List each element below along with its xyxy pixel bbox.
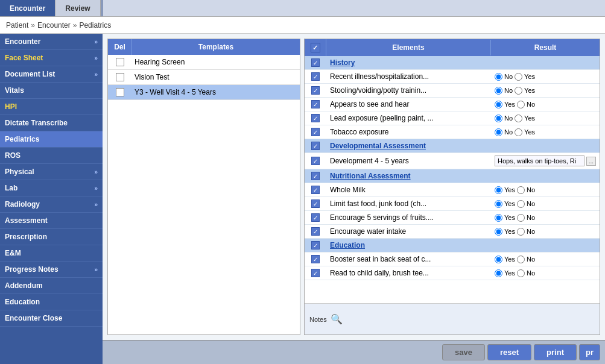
sidebar-item-vitals[interactable]: Vitals — [0, 83, 103, 99]
template-del-1[interactable] — [108, 70, 132, 84]
elem-result-14: Yes No — [491, 253, 600, 266]
radio-no-9[interactable] — [517, 186, 525, 194]
section-nutr-label[interactable]: Nutritional Assessment — [326, 169, 491, 183]
tab-encounter[interactable]: Encounter — [0, 0, 55, 16]
print-button[interactable]: print — [534, 344, 577, 360]
search-icon[interactable]: 🔍 — [331, 313, 343, 325]
radio-no-14[interactable] — [517, 256, 525, 263]
reset-button[interactable]: reset — [487, 344, 531, 360]
elem-chk-1[interactable]: ✓ — [305, 70, 326, 83]
elem-result-4: No Yes — [491, 112, 600, 125]
section-history-label[interactable]: History — [326, 56, 491, 69]
template-checkbox-1[interactable] — [116, 73, 124, 81]
elem-row-14: ✓ Booster seat in back seat of c... Yes … — [305, 253, 600, 266]
template-label-2[interactable]: Y3 - Well Visit 4 - 5 Years — [132, 85, 300, 99]
radio-no-15[interactable] — [517, 269, 525, 277]
elem-label-5: Tobacco exposure — [326, 125, 491, 139]
dots-btn-7[interactable]: ... — [586, 157, 596, 166]
sidebar-item-hpi[interactable]: HPI — [0, 99, 103, 115]
template-label-0[interactable]: Hearing Screen — [132, 55, 300, 69]
radio-yes-3[interactable] — [495, 101, 502, 108]
elements-header-checkbox[interactable]: ✓ — [311, 43, 320, 52]
sidebar-item-addendum[interactable]: Addendum — [0, 278, 103, 294]
radio-no-4[interactable] — [495, 115, 502, 122]
section-history-chk[interactable]: ✓ — [305, 56, 326, 69]
elements-chk-header: ✓ — [305, 39, 326, 56]
radio-no-2[interactable] — [495, 87, 502, 95]
sidebar-item-dictate[interactable]: Dictate Transcribe — [0, 115, 103, 131]
section-edu-chk[interactable]: ✓ — [305, 239, 326, 252]
breadcrumb-pediatrics[interactable]: Pediatrics — [79, 21, 111, 30]
radio-no-11[interactable] — [517, 214, 525, 222]
radio-yes-9[interactable] — [495, 186, 502, 194]
template-label-1[interactable]: Vision Test — [132, 70, 300, 84]
radio-no-5[interactable] — [495, 128, 502, 136]
sidebar-item-lab[interactable]: Lab » — [0, 180, 103, 196]
radio-yes-14[interactable] — [495, 256, 502, 263]
breadcrumb: Patient » Encounter » Pediatrics — [0, 17, 605, 34]
radio-yes-12[interactable] — [495, 228, 502, 236]
elem-chk-7[interactable]: ✓ — [305, 154, 326, 168]
elem-label-1: Recent illness/hospitalization... — [326, 70, 491, 83]
elem-chk-15[interactable]: ✓ — [305, 266, 326, 280]
radio-yes-15[interactable] — [495, 269, 502, 277]
elem-row-11: ✓ Encourage 5 servings of fruits.... Yes… — [305, 211, 600, 225]
sidebar-item-prescription[interactable]: Prescription — [0, 229, 103, 245]
elem-chk-10[interactable]: ✓ — [305, 197, 326, 210]
radio-group-5: No Yes — [495, 128, 535, 136]
radio-group-3: Yes No — [495, 101, 535, 108]
radio-yes-1[interactable] — [515, 73, 522, 81]
radio-yes-5[interactable] — [515, 128, 522, 136]
sidebar-item-encounterclose[interactable]: Encounter Close — [0, 310, 103, 327]
sidebar-item-facesheet[interactable]: Face Sheet » — [0, 50, 103, 66]
radio-group-2: No Yes — [495, 87, 535, 95]
elem-chk-4[interactable]: ✓ — [305, 111, 326, 125]
pr-button[interactable]: pr — [579, 344, 600, 360]
sidebar-item-encounter[interactable]: Encounter » — [0, 34, 103, 50]
breadcrumb-encounter[interactable]: Encounter — [37, 21, 71, 30]
radio-yes-4[interactable] — [515, 115, 522, 122]
section-nutr-chk[interactable]: ✓ — [305, 169, 326, 183]
elem-chk-14[interactable]: ✓ — [305, 253, 326, 266]
template-del-2[interactable] — [108, 85, 132, 99]
sidebar-arrow-progressnotes: » — [94, 266, 98, 273]
section-dev-label[interactable]: Developmental Assessment — [326, 139, 491, 152]
elem-chk-9[interactable]: ✓ — [305, 183, 326, 196]
sidebar-item-education[interactable]: Education — [0, 294, 103, 310]
radio-yes-11[interactable] — [495, 214, 502, 222]
radio-no-10[interactable] — [517, 200, 525, 208]
radio-no-3[interactable] — [517, 101, 525, 108]
sidebar-item-doclist[interactable]: Document List » — [0, 66, 103, 83]
sidebar-item-radiology[interactable]: Radiology » — [0, 196, 103, 213]
sidebar-item-pediatrics[interactable]: Pediatrics — [0, 131, 103, 148]
save-button[interactable]: save — [442, 344, 485, 360]
template-checkbox-0[interactable] — [116, 58, 124, 66]
sidebar-item-em[interactable]: E&M — [0, 245, 103, 262]
radio-no-12[interactable] — [517, 228, 525, 236]
elem-chk-2[interactable]: ✓ — [305, 84, 326, 97]
sidebar-item-progressnotes[interactable]: Progress Notes » — [0, 262, 103, 278]
elem-result-11: Yes No — [491, 212, 600, 224]
template-checkbox-2[interactable] — [116, 88, 124, 96]
elem-result-9: Yes No — [491, 184, 600, 196]
elem-label-3: Appears to see and hear — [326, 98, 491, 111]
radio-group-4: No Yes — [495, 115, 535, 122]
section-edu-label[interactable]: Education — [326, 239, 491, 252]
tab-review[interactable]: Review — [55, 0, 100, 16]
radio-no-1[interactable] — [495, 73, 502, 81]
radio-yes-10[interactable] — [495, 200, 502, 208]
template-del-0[interactable] — [108, 55, 132, 69]
breadcrumb-patient[interactable]: Patient — [6, 21, 28, 30]
elem-chk-5[interactable]: ✓ — [305, 125, 326, 139]
elem-chk-12[interactable]: ✓ — [305, 225, 326, 238]
sidebar-item-physical[interactable]: Physical » — [0, 164, 103, 180]
text-result-7[interactable]: Hops, walks on tip-toes, Ri — [495, 155, 584, 166]
elem-chk-11[interactable]: ✓ — [305, 211, 326, 224]
sidebar-item-ros[interactable]: ROS — [0, 148, 103, 164]
elem-row-9: ✓ Whole Milk Yes No — [305, 183, 600, 197]
sidebar-item-assessment[interactable]: Assessment — [0, 213, 103, 229]
elem-result-1: No Yes — [491, 71, 600, 83]
section-dev-chk[interactable]: ✓ — [305, 139, 326, 152]
elem-chk-3[interactable]: ✓ — [305, 98, 326, 111]
radio-yes-2[interactable] — [515, 87, 522, 95]
